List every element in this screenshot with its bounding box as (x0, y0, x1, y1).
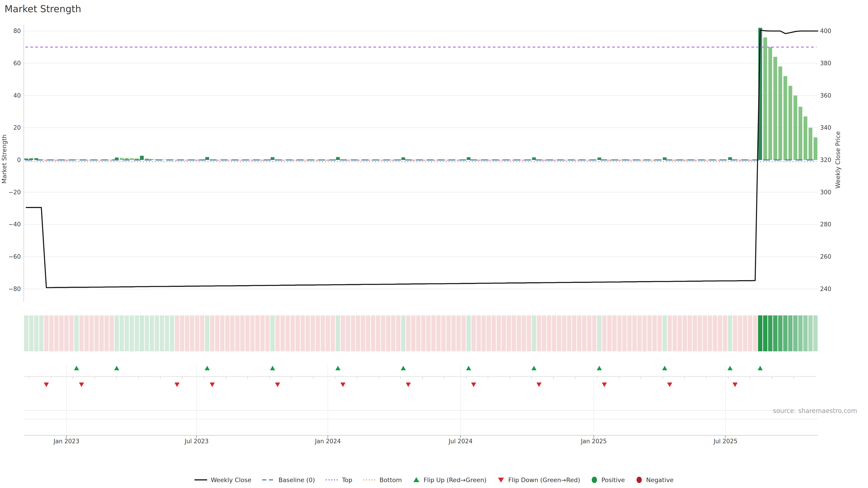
ribbon-cell (84, 315, 89, 351)
strength-bar-positive (763, 37, 767, 160)
strength-bar-positive (467, 157, 471, 160)
ribbon-cell (90, 315, 94, 351)
flip-down-icon (471, 383, 476, 387)
flip-up-icon (662, 366, 667, 370)
strength-bar-negative (738, 160, 742, 160)
right-tick-label: 400 (820, 28, 831, 34)
ribbon-cell (321, 315, 325, 351)
flip-down-icon (406, 383, 411, 387)
flip-up-icon (205, 366, 210, 370)
flip-up-icon (270, 366, 275, 370)
flip-up-icon (336, 366, 340, 370)
ribbon-cell (99, 315, 104, 351)
ribbon-cell (190, 315, 194, 351)
ribbon-cell (718, 315, 722, 351)
ribbon-cell (301, 315, 305, 351)
flip-up-icon (597, 366, 602, 370)
ribbon-cell (416, 315, 421, 351)
ribbon-cell (688, 315, 692, 351)
ribbon-cell (391, 315, 395, 351)
flip-down-icon (667, 383, 672, 387)
ribbon-cell (426, 315, 431, 351)
flip-down-icon (602, 383, 607, 387)
ribbon-cell (572, 315, 577, 351)
ribbon-cell (215, 315, 219, 351)
ribbon-cell (592, 315, 596, 351)
ribbon-cell (24, 315, 28, 351)
ribbon-cell (281, 315, 285, 351)
ribbon-cell (723, 315, 727, 351)
ribbon-cell (537, 315, 541, 351)
ribbon-cell (431, 315, 436, 351)
ribbon-cell (662, 315, 667, 351)
ribbon-cell (698, 315, 702, 351)
ribbon-cell (366, 315, 370, 351)
legend: Weekly CloseBaseline (0)TopBottomFlip Up… (194, 477, 673, 484)
strength-bar-positive (799, 107, 802, 160)
ribbon-cell (200, 315, 204, 351)
ribbon-cell (622, 315, 627, 351)
ribbon-cell (522, 315, 526, 351)
strength-bar-negative (65, 160, 68, 160)
ribbon-cell (94, 315, 99, 351)
strength-bars (24, 28, 817, 160)
flip-down-icon (44, 383, 49, 387)
left-axis-label: Market Strength (1, 134, 8, 184)
ribbon-cell (627, 315, 631, 351)
page: 806040200−20−40−60−804003803603403203002… (0, 0, 868, 488)
weekly-close-path (26, 30, 818, 288)
strength-bar-positive (778, 66, 782, 160)
strength-bar-positive (336, 157, 340, 160)
strength-bar-negative (260, 160, 265, 160)
flip-up-icon (727, 366, 733, 370)
page-title: Market Strength (4, 3, 81, 14)
right-tick-label: 260 (820, 253, 831, 260)
ribbon-cell (798, 315, 802, 351)
ribbon-cell (386, 315, 391, 351)
ribbon-cell (401, 315, 405, 351)
ribbon-cell (506, 315, 511, 351)
ribbon-cell (728, 315, 732, 351)
ribbon-cell (456, 315, 461, 351)
flip-down-icon (733, 383, 738, 387)
ribbon-cell (110, 315, 114, 351)
left-tick-label: −60 (8, 253, 21, 260)
ribbon-cell (632, 315, 637, 351)
strength-bar-positive (768, 47, 772, 160)
weekly-close-line (26, 30, 818, 288)
left-tick-label: −40 (8, 221, 21, 228)
ribbon-cell (763, 315, 767, 351)
ribbon-cell (296, 315, 300, 351)
flip-up-icon (401, 366, 406, 370)
ribbon-cell (552, 315, 556, 351)
ribbon-cell (145, 315, 149, 351)
ribbon-cell (396, 315, 400, 351)
strength-bar-positive (794, 96, 797, 160)
ribbon-cell (748, 315, 752, 351)
ribbon-cell (285, 315, 290, 351)
ribbon-cell (547, 315, 551, 351)
ribbon-cell (195, 315, 199, 351)
ribbon-cell (155, 315, 159, 351)
ribbon-cell (708, 315, 712, 351)
ribbon-cell (692, 315, 697, 351)
ribbon-cell (240, 315, 245, 351)
threshold-lines (25, 47, 816, 162)
ribbon-cell (235, 315, 239, 351)
strength-bar-positive (783, 76, 787, 160)
flip-down-icon (79, 383, 84, 387)
ribbon-cell (150, 315, 154, 351)
ribbon-cell (773, 315, 777, 351)
ribbon-cell (813, 315, 817, 351)
ribbon-cell (542, 315, 546, 351)
flip-down-icon (210, 383, 215, 387)
ribbon-cell (497, 315, 501, 351)
date-tick-label: Jul 2025 (713, 438, 738, 445)
right-tick-label: 240 (820, 286, 831, 292)
ribbon-cell (104, 315, 109, 351)
strength-bar-negative (683, 160, 687, 160)
legend-item-bottom: Bottom (363, 477, 402, 484)
right-axis-label: Weekly Close Price (834, 131, 841, 189)
ribbon-cell (602, 315, 607, 351)
strength-bar-positive (130, 158, 134, 160)
